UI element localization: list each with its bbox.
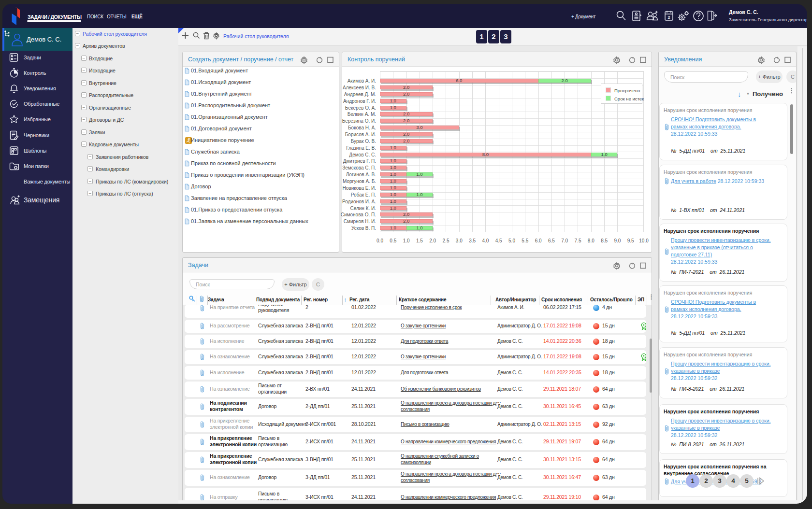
svg-text:2: 2 (667, 15, 670, 20)
